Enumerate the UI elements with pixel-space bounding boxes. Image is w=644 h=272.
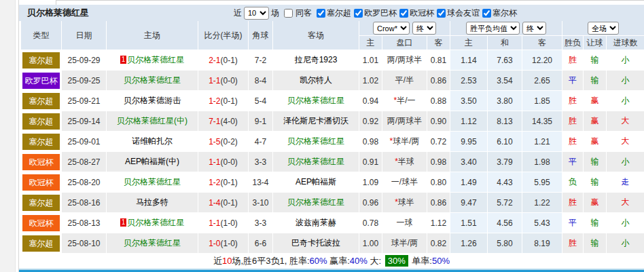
full-time-score[interactable]: 1-2 bbox=[209, 96, 220, 106]
away-team-link[interactable]: 凯尔特人 bbox=[273, 71, 359, 91]
col-handicap-away: 客 bbox=[427, 36, 450, 50]
odds-stage-select[interactable]: 终 bbox=[522, 22, 546, 35]
handicap-home-odds: 1.09 bbox=[359, 172, 382, 193]
draw-odds: 8.13 bbox=[488, 111, 522, 132]
away-team-link[interactable]: 拉尼奇1923 bbox=[273, 50, 359, 71]
table-row: 塞尔超 25-09-29 1贝尔格莱德红星 2-1(0-1) 7-2 拉尼奇19… bbox=[21, 50, 644, 71]
lose-odds: 14.35 bbox=[522, 111, 562, 132]
league-filter-item[interactable]: 欧罗巴杯 bbox=[351, 7, 397, 19]
scope-select[interactable]: 全场 bbox=[588, 22, 619, 35]
score-cell[interactable]: 7-1(4-0) bbox=[198, 111, 249, 132]
away-team-link[interactable]: 泽伦斯尼卡潘切沃 bbox=[273, 111, 359, 132]
full-time-score[interactable]: 1-2 bbox=[209, 178, 220, 187]
lose-odds: 1.22 bbox=[522, 193, 562, 213]
score-cell[interactable]: 1-2(0-1) bbox=[198, 91, 249, 111]
handicap-home-odds: 1.00 bbox=[359, 233, 382, 254]
goals-indicator: 小 bbox=[607, 91, 644, 111]
draw-odds: 5.80 bbox=[488, 233, 522, 254]
summary-segment: 50% bbox=[432, 256, 450, 266]
home-team-link[interactable]: AEP帕福斯(中) bbox=[107, 152, 198, 172]
lose-odds: 12.20 bbox=[522, 50, 562, 71]
same-away-checkbox[interactable] bbox=[284, 9, 293, 18]
handicap-line: 球半/两 bbox=[382, 233, 427, 254]
league-type-cell: 塞尔超 bbox=[21, 111, 62, 132]
home-team-link[interactable]: 诺维帕扎尔 bbox=[107, 132, 198, 152]
league-filter-checkbox[interactable] bbox=[399, 9, 408, 18]
handicap-away-odds: 0.88 bbox=[427, 91, 450, 111]
handicap-line: 两/两球半 bbox=[382, 111, 427, 132]
league-filter-checkbox[interactable] bbox=[317, 9, 325, 18]
handicap-line: *半/一 bbox=[382, 91, 427, 111]
away-team-link[interactable]: 贝尔格莱德红星 bbox=[273, 132, 359, 152]
handicap-away-odds: 0.82 bbox=[427, 233, 450, 254]
league-type-badge: 塞尔超 bbox=[22, 134, 60, 150]
home-team-link[interactable]: 贝尔格莱德红星 bbox=[107, 71, 198, 91]
league-filter-item[interactable]: 球会友谊 bbox=[434, 7, 480, 19]
league-filter-item[interactable]: 塞尔杯 bbox=[480, 7, 517, 19]
handicap-home-odds: 0.96 bbox=[359, 193, 382, 213]
score-cell[interactable]: 1-0(1-0) bbox=[198, 233, 249, 254]
score-cell[interactable]: 1-5(0-2) bbox=[198, 132, 249, 152]
home-team-link[interactable]: 1贝尔格莱德红星 bbox=[107, 213, 198, 233]
odds-avg-select[interactable]: 胜平负均值 bbox=[466, 22, 520, 35]
league-type-cell: 欧冠杯 bbox=[21, 152, 62, 172]
league-filter-checkbox[interactable] bbox=[482, 9, 491, 18]
draw-odds: 5.72 bbox=[488, 193, 522, 213]
full-time-score[interactable]: 1-1 bbox=[209, 76, 220, 85]
score-cell[interactable]: 1-2(0-1) bbox=[198, 172, 249, 193]
away-team-link[interactable]: 贝尔格莱德红星 bbox=[273, 91, 359, 111]
home-team-link[interactable]: 贝尔格莱德游击 bbox=[107, 91, 198, 111]
score-cell[interactable]: 2-1(0-1) bbox=[198, 50, 249, 71]
away-team-link[interactable]: 贝尔格莱德红星 bbox=[273, 152, 359, 172]
full-time-score[interactable]: 1-1 bbox=[209, 157, 220, 167]
league-filter-checkbox[interactable] bbox=[354, 9, 363, 18]
summary-segment: 30% bbox=[385, 255, 408, 267]
result-indicator: 胜 bbox=[562, 91, 584, 111]
away-team-link[interactable]: 波兹南莱赫 bbox=[273, 213, 359, 233]
goals-indicator: 小 bbox=[607, 233, 644, 254]
league-filter-label: 欧罗巴杯 bbox=[364, 7, 397, 19]
col-odds-win: 主 bbox=[450, 36, 488, 50]
handicap-result-indicator: 赢 bbox=[584, 193, 607, 213]
corner-count: 9-1 bbox=[249, 111, 273, 132]
score-cell[interactable]: 1-1(0-0) bbox=[198, 71, 249, 91]
away-team-link[interactable]: 贝尔格莱德红星 bbox=[273, 193, 359, 213]
league-filter-checkbox[interactable] bbox=[437, 9, 446, 18]
bookmaker-select[interactable]: Crow* bbox=[373, 22, 410, 35]
col-handicap: 盘口 bbox=[382, 36, 427, 50]
full-time-score[interactable]: 1-1 bbox=[209, 218, 220, 228]
match-date: 25-09-01 bbox=[62, 132, 107, 152]
full-time-score[interactable]: 1-5 bbox=[209, 137, 220, 147]
home-team-link[interactable]: 贝尔格莱德红星 bbox=[107, 233, 198, 254]
home-team-link[interactable]: 马拉多特 bbox=[107, 193, 198, 213]
half-time-score: (4-0) bbox=[221, 117, 238, 126]
league-type-cell: 欧冠杯 bbox=[21, 172, 62, 193]
games-count-select[interactable]: 10 bbox=[244, 7, 269, 20]
home-team-link[interactable]: 贝尔格莱德红星 bbox=[107, 172, 198, 193]
home-team-link[interactable]: 贝尔格莱德红星(中) bbox=[107, 111, 198, 132]
handicap-home-odds: 0.98 bbox=[359, 132, 382, 152]
match-date: 25-08-20 bbox=[62, 172, 107, 193]
red-card-badge: 1 bbox=[120, 56, 127, 64]
full-time-score[interactable]: 1-4 bbox=[209, 198, 220, 208]
bookmaker-stage-select[interactable]: 终 bbox=[412, 22, 436, 35]
full-time-score[interactable]: 1-0 bbox=[209, 239, 220, 248]
lose-odds: 5.95 bbox=[522, 172, 562, 193]
handicap-home-odds: 0.92 bbox=[359, 111, 382, 132]
away-team-link[interactable]: 巴奇卡托波拉 bbox=[273, 233, 359, 254]
away-team-link[interactable]: AEP帕福斯 bbox=[273, 172, 359, 193]
result-indicator: 平 bbox=[562, 152, 584, 172]
league-filter-item[interactable]: 塞尔超 bbox=[314, 7, 351, 19]
table-row: 欧冠杯 25-08-20 贝尔格莱德红星 1-2(0-1) 13-4 AEP帕福… bbox=[21, 172, 644, 193]
home-team-link[interactable]: 1贝尔格莱德红星 bbox=[107, 50, 198, 71]
score-cell[interactable]: 1-1(0-0) bbox=[198, 152, 249, 172]
league-filter-item[interactable]: 欧冠杯 bbox=[397, 7, 434, 19]
corner-count: 8-4 bbox=[249, 71, 273, 91]
score-cell[interactable]: 1-4(0-1) bbox=[198, 193, 249, 213]
full-time-score[interactable]: 7-1 bbox=[209, 117, 220, 126]
full-time-score[interactable]: 2-1 bbox=[209, 56, 220, 65]
half-time-score: (1-0) bbox=[221, 239, 238, 248]
score-cell[interactable]: 1-1(1-0) bbox=[198, 213, 249, 233]
half-time-score: (0-1) bbox=[221, 178, 238, 187]
near-label: 近 bbox=[234, 7, 242, 19]
